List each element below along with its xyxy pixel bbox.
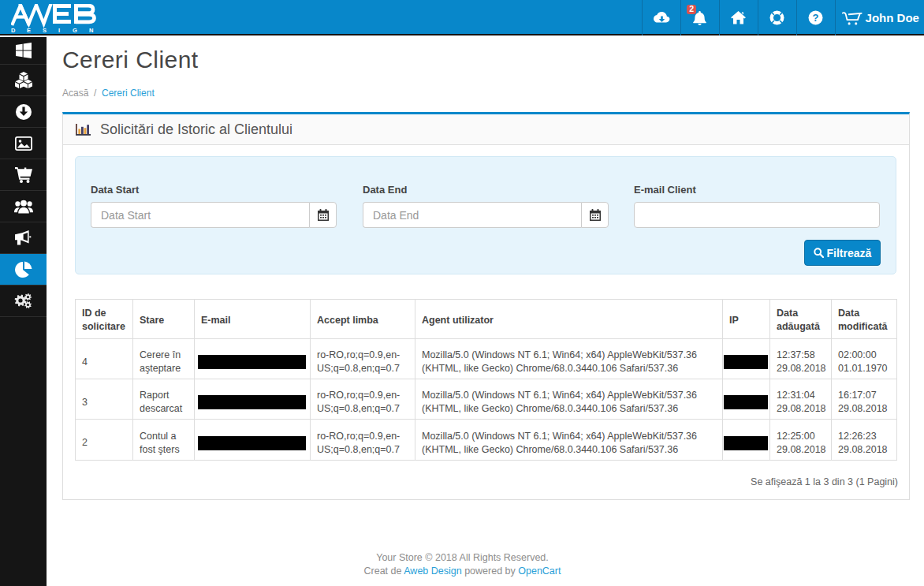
svg-text:E: E [27,27,31,34]
svg-text:I: I [58,27,60,34]
svg-text:?: ? [813,12,819,24]
svg-text:D: D [11,27,16,34]
svg-text:G: G [73,27,77,34]
svg-text:S: S [43,27,47,34]
svg-text:N: N [89,27,93,34]
